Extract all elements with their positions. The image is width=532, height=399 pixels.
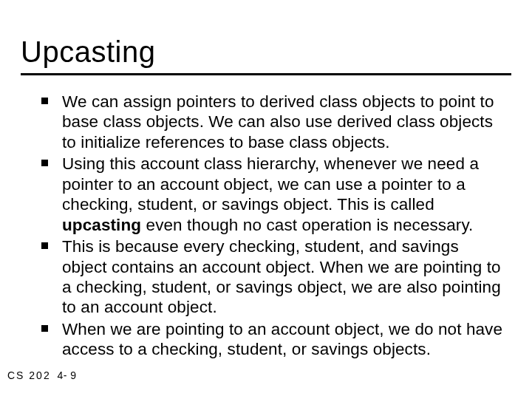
- bullet-text: When we are pointing to an account objec…: [62, 320, 502, 358]
- page-number: 4- 9: [57, 369, 76, 381]
- square-bullet-icon: [41, 242, 48, 249]
- title-underline: [21, 73, 511, 75]
- bullet-text: We can assign pointers to derived class …: [62, 92, 494, 151]
- bullet-list: We can assign pointers to derived class …: [21, 92, 511, 360]
- slide-footer: CS 202 4- 9: [7, 369, 77, 381]
- list-item: We can assign pointers to derived class …: [62, 92, 504, 152]
- square-bullet-icon: [41, 98, 48, 104]
- square-bullet-icon: [41, 325, 48, 332]
- bullet-text: This is because every checking, student,…: [62, 237, 501, 316]
- list-item: When we are pointing to an account objec…: [62, 319, 504, 360]
- square-bullet-icon: [41, 160, 48, 166]
- slide-title: Upcasting: [21, 35, 511, 69]
- slide: Upcasting We can assign pointers to deri…: [0, 0, 532, 399]
- list-item: Using this account class hierarchy, when…: [62, 154, 504, 235]
- course-code: CS 202: [7, 369, 51, 381]
- list-item: This is because every checking, student,…: [62, 236, 504, 318]
- bullet-text: Using this account class hierarchy, when…: [62, 154, 479, 233]
